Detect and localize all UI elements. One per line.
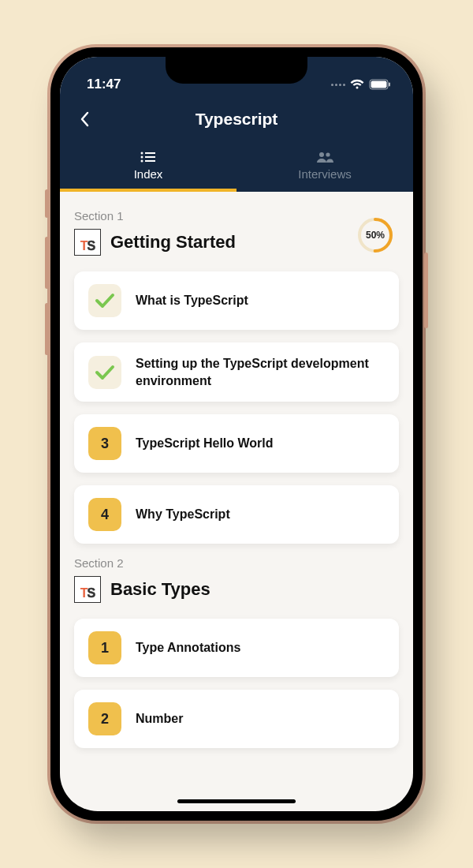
chevron-left-icon [79,111,90,127]
lesson-item[interactable]: 4 Why TypeScript [74,485,399,544]
number-badge: 2 [88,702,121,735]
progress-percent: 50% [356,216,394,254]
lesson-item[interactable]: 1 Type Annotations [74,619,399,677]
svg-rect-1 [371,81,387,88]
lesson-item[interactable]: 3 TypeScript Hello World [74,414,399,473]
svg-point-5 [141,156,143,159]
progress-ring: 50% [356,216,394,254]
svg-rect-8 [145,160,155,162]
section-title: Getting Started [110,232,236,253]
section-title: Basic Types [110,579,210,600]
battery-icon [369,79,391,90]
lesson-item[interactable]: Setting up the TypeScript development en… [74,342,399,402]
svg-point-7 [141,160,143,163]
content-scroll[interactable]: Section 1 TS Getting Started 50% [60,192,413,777]
lesson-title: What is TypeScript [136,292,248,309]
active-tab-indicator [60,189,236,192]
tab-index[interactable]: Index [60,144,236,192]
cellular-icon [331,84,345,86]
svg-rect-2 [389,83,390,87]
number-badge: 1 [88,631,121,664]
status-time: 11:47 [87,77,121,92]
svg-rect-4 [145,152,155,154]
lesson-title: TypeScript Hello World [136,435,274,452]
tab-interviews[interactable]: Interviews [236,144,413,192]
typescript-logo-icon: TS [74,229,101,256]
page-title: Typescript [60,110,413,129]
completed-badge [88,284,121,317]
section-label: Section 2 [74,556,399,570]
svg-point-10 [326,152,330,156]
lesson-title: Number [136,710,183,728]
tab-interviews-label: Interviews [298,167,352,181]
check-icon [95,293,115,309]
number-badge: 4 [88,498,121,531]
check-icon [95,365,115,380]
typescript-logo-icon: TS [74,576,101,603]
section-1: Section 1 TS Getting Started 50% [74,209,399,544]
section-label: Section 1 [74,209,399,223]
people-icon [316,152,333,163]
lesson-item[interactable]: 2 Number [74,690,399,748]
back-button[interactable] [74,109,95,129]
svg-point-3 [141,152,143,155]
tab-index-label: Index [134,167,163,181]
lesson-title: Setting up the TypeScript development en… [136,355,385,389]
completed-badge [88,356,121,389]
number-badge: 3 [88,427,121,460]
home-indicator[interactable] [177,799,296,803]
section-2: Section 2 TS Basic Types 1 Type Annotati… [74,556,399,748]
lesson-item[interactable]: What is TypeScript [74,271,399,330]
svg-point-9 [319,152,324,157]
lesson-title: Type Annotations [136,639,240,657]
wifi-icon [350,79,364,90]
tab-bar: Index Interviews [60,144,413,192]
svg-rect-6 [145,156,155,158]
list-icon [140,152,156,163]
lesson-title: Why TypeScript [136,506,230,523]
